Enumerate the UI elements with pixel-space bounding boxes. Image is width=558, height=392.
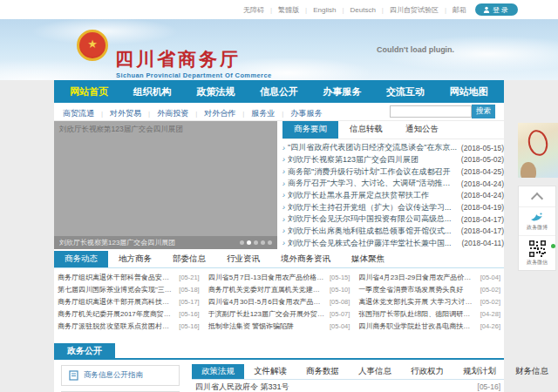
nav-item[interactable]: 交流互动 bbox=[379, 80, 432, 103]
search-input[interactable] bbox=[390, 105, 472, 118]
dynamics-item[interactable]: 抵制非法集资 警惕诈骗陷阱 [05-04] bbox=[208, 321, 350, 333]
gov-item-date: [05-16] bbox=[478, 382, 500, 391]
dynamics-item[interactable]: 四川省4月23日-29日食用农产品价格监... [05-04] bbox=[358, 271, 500, 283]
dynamics-tab[interactable]: 行业资讯 bbox=[216, 251, 270, 267]
news-item-title: "四川省政府代表团访日经济交流恳谈会"在东京... bbox=[288, 142, 458, 153]
subnav-link[interactable]: 商贸流通 bbox=[63, 109, 94, 118]
nav-item[interactable]: 网站地图 bbox=[443, 80, 495, 103]
gov-tab[interactable]: 商务数据 bbox=[296, 364, 349, 379]
dynamics-tab[interactable]: 地方商务 bbox=[108, 251, 162, 267]
weibo-widget[interactable]: 政务微博 bbox=[519, 206, 555, 235]
search-button[interactable]: 搜索 bbox=[472, 105, 495, 118]
subnav-link[interactable]: 办事服务 bbox=[290, 109, 322, 118]
photo-slideshow[interactable]: 刘欣厅长视察第123届广交会四川展团 刘欣厅长视察第123届广交会四川展团 bbox=[54, 121, 277, 249]
news-item-date: (2018-04-17) bbox=[461, 226, 504, 235]
news-item-title: 刘欣厅长视察第123届广交会四川展团 bbox=[288, 154, 458, 166]
dynamics-item[interactable]: 四川商务职业学院赴甘孜县电商扶贫帮... [04-26] bbox=[358, 321, 500, 333]
bullet-arrow-icon: › bbox=[282, 179, 285, 188]
news-item[interactable]: › 刘欣厅长出席奥地利驻成都总领事馆开馆仪式... (2018-04-17) bbox=[282, 226, 504, 238]
wechat-label: 政务微信 bbox=[527, 259, 548, 267]
login-button[interactable]: 登录 bbox=[475, 3, 518, 16]
news-item[interactable]: › 刘欣厅长会见沃尔玛中国投资有限公司高级总... (2018-04-17) bbox=[282, 213, 504, 226]
dynamics-columns: 商务厅组织离退休干部科普食品安全知识 [05-21] 第七届四川国际茶业博览会实… bbox=[54, 268, 504, 333]
bullet-arrow-icon: › bbox=[282, 191, 285, 199]
dynamics-item-title: 一季度全省消费市场发展势头良好 bbox=[358, 285, 476, 294]
slideshow-alt-text: 刘欣厅长视察第123届广交会四川展团 bbox=[59, 125, 183, 135]
dynamics-item-title: 四川商务职业学院赴甘孜县电商扶贫帮... bbox=[358, 321, 476, 331]
news-item[interactable]: › "四川省政府代表团访日经济交流恳谈会"在东京... (2018-05-15) bbox=[282, 142, 504, 154]
dynamics-item[interactable]: 一季度全省消费市场发展势头良好 [05-02] bbox=[358, 283, 500, 295]
dynamics-tab[interactable]: 境外商务资讯 bbox=[270, 251, 341, 267]
nav-item[interactable]: 办事服务 bbox=[316, 80, 369, 103]
slideshow-dot[interactable] bbox=[240, 240, 244, 245]
news-item[interactable]: › 刘欣厅长视察第123届广交会四川展团 (2018-05-02) bbox=[282, 154, 504, 166]
back-to-top-button[interactable] bbox=[519, 186, 555, 206]
dynamics-item[interactable]: 商务厅组织离退休干部科普食品安全知识 [05-21] bbox=[58, 271, 200, 283]
news-item-title: 刘欣厅长会见株式会社伊藤洋华堂社长兼中国... bbox=[288, 238, 458, 249]
gov-heading-tab[interactable]: 政务公开 bbox=[54, 343, 115, 358]
slideshow-dot[interactable] bbox=[268, 240, 272, 245]
wechat-qr-widget[interactable]: 政务微信 bbox=[519, 235, 555, 270]
dynamics-item[interactable]: 第七届四川国际茶业博览会实现"三丰收" [05-18] bbox=[58, 283, 200, 295]
utility-link[interactable]: 四川自贸试验区 bbox=[390, 5, 439, 15]
subnav-link[interactable]: 服务业 bbox=[251, 109, 275, 118]
slideshow-dot[interactable] bbox=[261, 240, 265, 245]
news-item[interactable]: › 商务厅召开"大学习、大讨论、大调研"活动推进会 (2018-04-24) bbox=[282, 178, 504, 190]
dynamics-item[interactable]: 商务厅组织离退休干部开展高科技知识... [05-17] bbox=[58, 295, 200, 308]
utility-link[interactable]: 繁體版 bbox=[278, 5, 299, 15]
dynamics-item[interactable]: 四川省5月7日-13日食用农产品价格监... [05-15] bbox=[208, 271, 350, 283]
gov-tab[interactable]: 行政权力 bbox=[401, 364, 453, 379]
dynamics-item-title: 张国翔厅长带队赴绵阳、德阳调研开放... bbox=[358, 309, 476, 319]
nav-item[interactable]: 组织机构 bbox=[126, 80, 179, 103]
dynamics-column-1: 商务厅组织离退休干部科普食品安全知识 [05-21] 第七届四川国际茶业博览会实… bbox=[58, 271, 200, 333]
news-item[interactable]: › 刘欣厅长会见株式会社伊藤洋华堂社长兼中国... (2018-04-11) bbox=[282, 237, 504, 249]
news-tab[interactable]: 通知公告 bbox=[394, 121, 450, 139]
dynamics-tab[interactable]: 商务动态 bbox=[54, 251, 108, 267]
gov-tab[interactable]: 政策法规 bbox=[192, 364, 244, 379]
dynamics-tab[interactable]: 部委信息 bbox=[162, 251, 216, 267]
utility-link[interactable]: Deutsch bbox=[350, 6, 375, 14]
gov-tab[interactable]: 人事信息 bbox=[349, 364, 401, 379]
news-item-date: (2018-05-15) bbox=[461, 144, 504, 152]
news-tab[interactable]: 商务要闻 bbox=[282, 121, 338, 139]
news-tab[interactable]: 信息转载 bbox=[338, 121, 394, 139]
slideshow-dot-active[interactable] bbox=[247, 240, 251, 245]
promo-cartoon-image[interactable] bbox=[518, 123, 558, 178]
dynamics-item[interactable]: 商务厅机关纪委开展2017年度商贸流... [05-16] bbox=[58, 308, 200, 321]
gov-sidebar-card[interactable]: 商务信息公开指南 bbox=[61, 365, 180, 386]
utility-link[interactable]: English bbox=[313, 6, 336, 14]
dynamics-item[interactable]: 商务厅机关党委对厅直属机关党建工作... [05-10] bbox=[208, 283, 350, 295]
news-item[interactable]: › 商务部"消费升级行动计划"工作会议在成都召开 (2018-04-25) bbox=[282, 166, 504, 178]
nav-item[interactable]: 网站首页 bbox=[63, 80, 115, 103]
dynamics-tab[interactable]: 媒体聚焦 bbox=[341, 251, 395, 267]
utility-link[interactable]: 无障碍 bbox=[243, 5, 264, 15]
news-item[interactable]: › 刘欣厅长赴黑水县开展定点扶贫帮扶工作 (2018-04-24) bbox=[282, 190, 504, 202]
dynamics-item-date: [05-04] bbox=[330, 322, 350, 330]
dynamics-item[interactable]: 离退休党支部扎实开展 大学习大讨论大... [05-02] bbox=[358, 295, 500, 308]
dynamics-item-title: 商务厅组织离退休干部开展高科技知识... bbox=[58, 297, 175, 307]
dynamics-item[interactable]: 商务厅派驻脱贫攻坚联系点贫困村驻村... [05-16] bbox=[58, 321, 200, 333]
utility-link[interactable]: 邮箱 bbox=[453, 5, 466, 15]
dynamics-item-title: 四川省4月23日-29日食用农产品价格监... bbox=[358, 273, 476, 282]
news-item[interactable]: › 刘欣厅长主持召开党组（扩大）会议传达学习... (2018-04-19) bbox=[282, 201, 504, 213]
gov-tabs: 政策法规 文件解读 商务数据 人事信息 行政权力 规划计划 财务信息 bbox=[192, 364, 504, 380]
slideshow-dot[interactable] bbox=[254, 240, 258, 245]
gov-list: 四川省人民政府令 第331号 [05-16] 商务部关于印发《商务扶贫工作方案》… bbox=[192, 382, 504, 392]
dynamics-item[interactable]: 张国翔厅长带队赴绵阳、德阳调研开放... [04-28] bbox=[358, 308, 500, 321]
gov-item[interactable]: 四川省人民政府令 第331号 [05-16] bbox=[192, 382, 504, 392]
nav-item[interactable]: 政策法规 bbox=[189, 80, 242, 103]
gov-tab[interactable]: 规划计划 bbox=[453, 364, 506, 379]
gov-item-title: 四川省人民政府令 第331号 bbox=[195, 382, 473, 392]
subnav-link[interactable]: 外商投资 bbox=[157, 109, 188, 118]
subnav-link[interactable]: 对外合作 bbox=[204, 109, 235, 118]
gov-tab[interactable]: 文件解读 bbox=[244, 364, 296, 379]
subnav-link[interactable]: 对外贸易 bbox=[110, 109, 141, 118]
dynamics-item[interactable]: 四川省4月30日-5月6日食用农产品价格... [05-08] bbox=[208, 295, 350, 308]
gov-tab[interactable]: 财务信息 bbox=[506, 364, 558, 379]
dynamics-item-date: [05-15] bbox=[330, 274, 350, 281]
side-widget-card: 政务微博 政务微信 bbox=[518, 186, 556, 271]
nav-item[interactable]: 信息公开 bbox=[253, 80, 305, 103]
weibo-label: 政务微博 bbox=[527, 224, 548, 232]
dynamics-item[interactable]: 于滨副厅长赴123届广交会开展外贸调研 [05-07] bbox=[208, 308, 350, 321]
news-item-date: (2018-04-17) bbox=[461, 215, 504, 224]
